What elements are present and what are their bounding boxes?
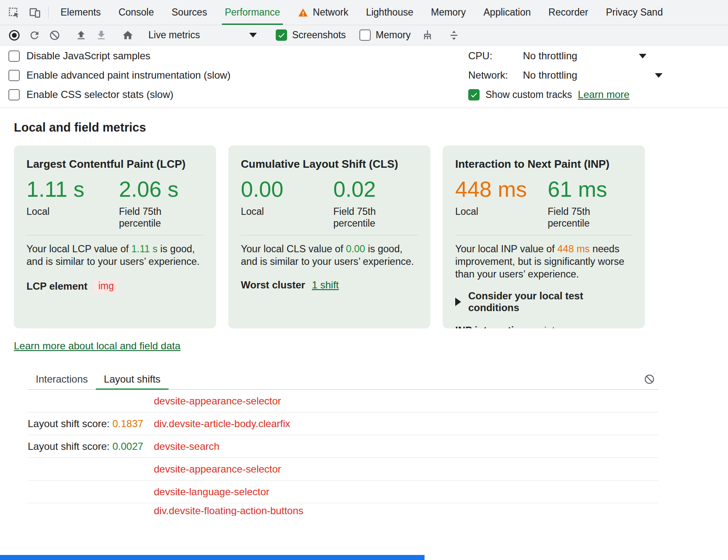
- score-label: Layout shift score:: [28, 441, 112, 452]
- record-and-reload-button[interactable]: [24, 27, 45, 44]
- tab-memory[interactable]: Memory: [422, 0, 475, 25]
- description-value: 0.00: [346, 243, 365, 254]
- tab-lighthouse[interactable]: Lighthouse: [357, 0, 422, 25]
- inp-field-value: 61 ms: [548, 178, 632, 201]
- history-dropdown[interactable]: Live metrics: [144, 27, 263, 44]
- cls-card-title: Cumulative Layout Shift (CLS): [241, 157, 418, 171]
- learn-more-link[interactable]: Learn more: [578, 89, 630, 100]
- description-value: 448 ms: [557, 243, 590, 254]
- tab-application[interactable]: Application: [475, 0, 540, 25]
- inp-interaction-label: INP interaction: [455, 325, 526, 328]
- live-metrics-home-button[interactable]: [118, 27, 138, 44]
- tab-network[interactable]: Network: [289, 0, 357, 25]
- collapse-icon: [448, 29, 460, 41]
- collapse-button[interactable]: [444, 27, 464, 44]
- screenshots-checkbox-group[interactable]: Screenshots: [276, 29, 346, 41]
- element-link[interactable]: devsite-appearance-selector: [154, 395, 281, 407]
- screenshots-checkbox-label: Screenshots: [292, 29, 346, 41]
- network-throttling-select[interactable]: No throttling: [523, 69, 577, 81]
- shift-score: Layout shift score: 0.1837: [28, 418, 154, 430]
- tab-interactions[interactable]: Interactions: [28, 369, 96, 389]
- disable-js-samples-checkbox[interactable]: [8, 50, 20, 62]
- metric-cards: Largest Contentful Paint (LCP) 1.11 s Lo…: [14, 145, 728, 328]
- cls-local-label: Local: [241, 206, 302, 217]
- inp-interaction-link[interactable]: pointer: [533, 325, 564, 328]
- tab-label: Recorder: [549, 7, 588, 18]
- local-test-conditions-expander[interactable]: Consider your local test conditions: [455, 290, 632, 314]
- layout-shift-row[interactable]: devsite-language-selector: [28, 481, 659, 503]
- clear-icon: [49, 29, 61, 41]
- tab-label: Lighthouse: [366, 7, 414, 18]
- lcp-element-badge[interactable]: img: [94, 279, 118, 293]
- memory-checkbox-group[interactable]: Memory: [359, 29, 411, 41]
- cls-field-label: Field 75th percentile: [333, 206, 394, 229]
- css-selector-stats-checkbox[interactable]: [8, 89, 20, 100]
- layout-shift-row[interactable]: Layout shift score: 0.1837 div.devsite-a…: [28, 412, 659, 435]
- divider: [455, 235, 632, 235]
- description-text: Your local CLS value of: [241, 243, 346, 254]
- inp-field-label: Field 75th percentile: [548, 206, 609, 229]
- chevron-down-icon: [249, 33, 257, 37]
- inp-card-title: Interaction to Next Paint (INP): [455, 157, 632, 171]
- divider: [241, 235, 418, 235]
- tab-privacy-sandbox[interactable]: Privacy Sand: [597, 0, 672, 25]
- setting-label: Enable CSS selector stats (slow): [26, 89, 173, 100]
- custom-tracks-label: Show custom tracks: [485, 89, 572, 100]
- live-metrics-log: Interactions Layout shifts devsite-appea…: [28, 369, 659, 516]
- tab-console[interactable]: Console: [110, 0, 163, 25]
- save-profile-button[interactable]: [91, 27, 111, 44]
- tab-sources[interactable]: Sources: [163, 0, 216, 25]
- load-profile-button[interactable]: [71, 27, 91, 44]
- chevron-down-icon[interactable]: [655, 73, 662, 78]
- tab-label: Application: [483, 7, 531, 18]
- layout-shift-row[interactable]: div.devsite-floating-action-buttons: [28, 503, 659, 516]
- screenshots-checkbox[interactable]: [276, 29, 287, 41]
- memory-checkbox-label: Memory: [376, 29, 411, 41]
- divider: [48, 6, 49, 18]
- element-link[interactable]: devsite-language-selector: [154, 486, 269, 498]
- lcp-field-value: 2.06 s: [119, 178, 203, 201]
- device-toolbar-button[interactable]: [24, 0, 45, 25]
- worst-cluster-link[interactable]: 1 shift: [312, 279, 339, 291]
- lcp-local-value: 1.11 s: [26, 178, 119, 201]
- tab-label: Network: [313, 7, 348, 18]
- learn-more-field-data-link[interactable]: Learn more about local and field data: [14, 340, 180, 352]
- element-link[interactable]: div.devsite-article-body.clearfix: [154, 418, 290, 430]
- memory-checkbox[interactable]: [359, 29, 371, 41]
- inp-footer: INP interaction pointer: [455, 325, 632, 328]
- tab-performance[interactable]: Performance: [216, 0, 289, 25]
- lcp-card: Largest Contentful Paint (LCP) 1.11 s Lo…: [14, 145, 216, 328]
- layout-shift-row[interactable]: devsite-appearance-selector: [28, 390, 659, 412]
- advanced-paint-checkbox[interactable]: [8, 70, 20, 81]
- cpu-throttling-select[interactable]: No throttling: [523, 50, 577, 62]
- garbage-collect-button[interactable]: [417, 27, 438, 44]
- record-button[interactable]: [4, 27, 24, 44]
- network-throttling-row: Network: No throttling: [468, 66, 662, 85]
- inp-local-value: 448 ms: [455, 178, 548, 201]
- shift-score: Layout shift score: 0.0027: [28, 441, 154, 452]
- check-icon: [470, 90, 478, 99]
- clear-log-button[interactable]: [642, 372, 657, 386]
- layout-shift-row[interactable]: devsite-appearance-selector: [28, 458, 659, 481]
- element-link[interactable]: devsite-appearance-selector: [154, 463, 281, 475]
- tab-elements[interactable]: Elements: [52, 0, 110, 25]
- clear-button[interactable]: [45, 27, 65, 44]
- setting-label: Enable advanced paint instrumentation (s…: [26, 69, 231, 81]
- element-link[interactable]: div.devsite-floating-action-buttons: [154, 505, 303, 516]
- custom-tracks-checkbox-group[interactable]: Show custom tracks: [468, 89, 572, 100]
- cls-footer: Worst cluster 1 shift: [241, 279, 418, 291]
- chevron-down-icon[interactable]: [639, 54, 646, 58]
- description-text: Your local LCP value of: [26, 243, 132, 254]
- custom-tracks-checkbox[interactable]: [468, 89, 480, 100]
- tab-label: Memory: [431, 7, 466, 18]
- score-label: Layout shift score:: [28, 418, 112, 429]
- layout-shift-row[interactable]: Layout shift score: 0.0027 devsite-searc…: [28, 435, 659, 458]
- inspect-element-button[interactable]: [3, 0, 24, 25]
- reload-icon: [29, 29, 40, 41]
- element-link[interactable]: devsite-search: [154, 441, 219, 452]
- tab-layout-shifts[interactable]: Layout shifts: [96, 369, 169, 389]
- custom-tracks-row: Show custom tracks Learn more: [468, 85, 662, 104]
- tab-recorder[interactable]: Recorder: [540, 0, 597, 25]
- cls-card: Cumulative Layout Shift (CLS) 0.00 Local…: [228, 145, 430, 328]
- score-value: 0.1837: [112, 418, 143, 429]
